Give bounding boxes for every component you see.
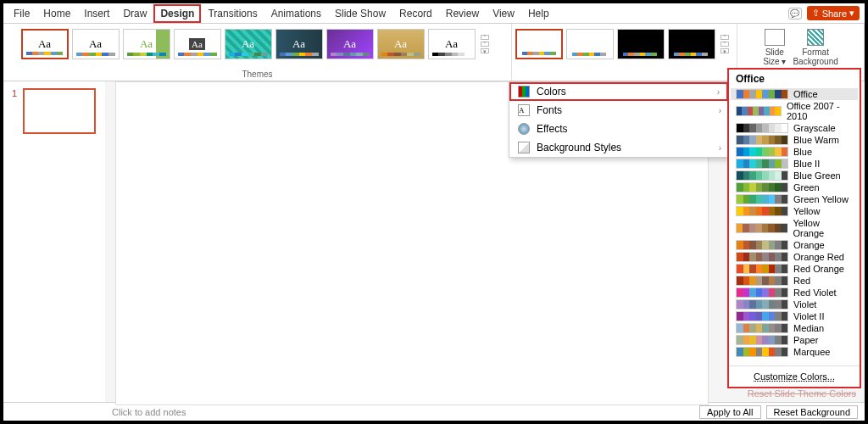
- comments-icon[interactable]: 💬: [788, 8, 802, 20]
- tab-insert[interactable]: Insert: [77, 4, 116, 23]
- apply-to-all-button[interactable]: Apply to All: [699, 405, 760, 419]
- slide-size-button[interactable]: Slide Size ▾: [763, 29, 786, 66]
- color-scheme[interactable]: Office 2007 - 2010: [731, 100, 858, 122]
- slide-thumbnail[interactable]: [23, 88, 96, 134]
- slide-size-icon: [765, 29, 785, 46]
- color-scheme[interactable]: Median: [731, 322, 858, 334]
- color-scheme[interactable]: Violet II: [731, 310, 858, 322]
- dropdown-background-styles[interactable]: Background Styles ›: [509, 138, 728, 157]
- reset-background-button[interactable]: Reset Background: [766, 405, 859, 419]
- color-scheme[interactable]: Yellow: [731, 205, 858, 217]
- scheme-name: Marquee: [793, 347, 830, 357]
- tab-animations[interactable]: Animations: [264, 4, 328, 23]
- variants-dropdown: Colors › A Fonts › Effects Background St…: [509, 81, 729, 158]
- color-scheme[interactable]: Office: [731, 88, 858, 100]
- expand-icon: ▾: [481, 48, 489, 53]
- scheme-name: Red Orange: [793, 264, 844, 274]
- app-window: File Home Insert Draw Design Transitions…: [3, 3, 865, 421]
- tab-view[interactable]: View: [486, 4, 521, 23]
- customize-colors[interactable]: Customize Colors...: [729, 365, 860, 387]
- theme-thumb[interactable]: Aa: [275, 29, 323, 59]
- scheme-name: Grayscale: [793, 123, 836, 133]
- color-scheme[interactable]: Green Yellow: [731, 193, 858, 205]
- themes-group-label: Themes: [3, 70, 511, 79]
- theme-thumb[interactable]: Aa: [72, 29, 120, 59]
- color-scheme[interactable]: Blue II: [731, 158, 858, 170]
- scheme-name: Red: [793, 276, 810, 286]
- tab-slideshow[interactable]: Slide Show: [328, 4, 392, 23]
- tab-review[interactable]: Review: [439, 4, 486, 23]
- color-scheme[interactable]: Orange Red: [731, 251, 858, 263]
- scheme-swatch: [736, 276, 788, 286]
- color-scheme[interactable]: Blue Warm: [731, 134, 858, 146]
- chevron-right-icon: ›: [719, 106, 721, 115]
- color-scheme[interactable]: Blue Green: [731, 170, 858, 181]
- theme-thumb[interactable]: Aa: [326, 29, 374, 59]
- chevron-up-icon: ˄: [481, 35, 489, 40]
- scheme-swatch: [736, 170, 788, 181]
- reset-theme-colors[interactable]: Reset Slide Theme Colors: [748, 388, 856, 399]
- theme-thumb[interactable]: Aa: [174, 29, 221, 59]
- color-scheme[interactable]: Red Violet: [731, 287, 858, 298]
- scheme-swatch: [736, 311, 788, 321]
- color-scheme[interactable]: Violet: [731, 298, 858, 310]
- share-label: Share: [822, 8, 847, 19]
- variant-thumb[interactable]: [617, 29, 665, 59]
- scheme-name: Violet II: [793, 311, 825, 321]
- scheme-name: Office 2007 - 2010: [787, 101, 853, 121]
- scheme-list: OfficeOffice 2007 - 2010GrayscaleBlue Wa…: [729, 88, 860, 365]
- tab-help[interactable]: Help: [521, 4, 556, 23]
- tab-transitions[interactable]: Transitions: [201, 4, 264, 23]
- tab-home[interactable]: Home: [36, 4, 77, 23]
- color-scheme[interactable]: Yellow Orange: [731, 217, 858, 239]
- dropdown-effects[interactable]: Effects: [509, 120, 728, 138]
- scheme-name: Blue Green: [793, 170, 841, 181]
- theme-thumb[interactable]: Aa: [377, 29, 425, 59]
- format-background-icon: [807, 29, 824, 46]
- tab-record[interactable]: Record: [392, 4, 439, 23]
- scheme-swatch: [736, 206, 788, 216]
- dropdown-fonts[interactable]: A Fonts ›: [509, 101, 728, 120]
- scheme-swatch: [736, 147, 788, 157]
- scheme-swatch: [736, 323, 788, 333]
- theme-thumb[interactable]: Aa: [21, 29, 69, 59]
- tab-file[interactable]: File: [7, 4, 36, 23]
- format-background-button[interactable]: Format Background: [793, 29, 837, 66]
- tab-design[interactable]: Design: [153, 4, 201, 23]
- scheme-name: Blue: [793, 147, 812, 157]
- color-scheme[interactable]: Paper: [731, 334, 858, 346]
- dropdown-colors[interactable]: Colors ›: [509, 82, 728, 101]
- notes-placeholder[interactable]: Click to add notes: [10, 407, 186, 417]
- tab-draw[interactable]: Draw: [116, 4, 153, 23]
- theme-thumb[interactable]: Aa: [225, 29, 272, 59]
- expand-icon: ▾: [721, 48, 729, 53]
- theme-thumb[interactable]: Aa: [123, 29, 170, 59]
- color-scheme[interactable]: Blue: [731, 146, 858, 158]
- theme-thumb[interactable]: Aa: [428, 29, 476, 59]
- scheme-swatch: [736, 194, 788, 204]
- scheme-name: Orange: [793, 240, 825, 250]
- variant-thumb[interactable]: [515, 29, 563, 59]
- color-scheme[interactable]: Green: [731, 181, 858, 193]
- color-scheme[interactable]: Orange: [731, 239, 858, 251]
- share-button[interactable]: ⇧ Share ▾: [807, 6, 860, 20]
- slide-thumbnails: 1: [3, 81, 105, 402]
- variant-thumb[interactable]: [668, 29, 715, 59]
- color-scheme[interactable]: Red: [731, 275, 858, 287]
- color-scheme[interactable]: Grayscale: [731, 122, 858, 134]
- scheme-swatch: [736, 182, 788, 192]
- scheme-swatch: [736, 135, 788, 145]
- chevron-right-icon: ›: [719, 143, 721, 153]
- slide-number: 1: [12, 88, 17, 98]
- color-schemes-flyout: Office OfficeOffice 2007 - 2010Grayscale…: [727, 68, 861, 388]
- variants-group: ˄ ˅ ▾: [512, 24, 737, 81]
- scheme-swatch: [736, 106, 782, 116]
- variant-thumb[interactable]: [566, 29, 614, 59]
- theme-gallery-more[interactable]: ˄ ˅ ▾: [481, 29, 494, 59]
- scheme-name: Paper: [793, 335, 818, 345]
- color-scheme[interactable]: Marquee: [731, 346, 858, 358]
- scheme-swatch: [736, 252, 788, 262]
- color-scheme[interactable]: Red Orange: [731, 263, 858, 275]
- scheme-name: Blue Warm: [793, 135, 839, 145]
- variants-more[interactable]: ˄ ˅ ▾: [721, 29, 734, 59]
